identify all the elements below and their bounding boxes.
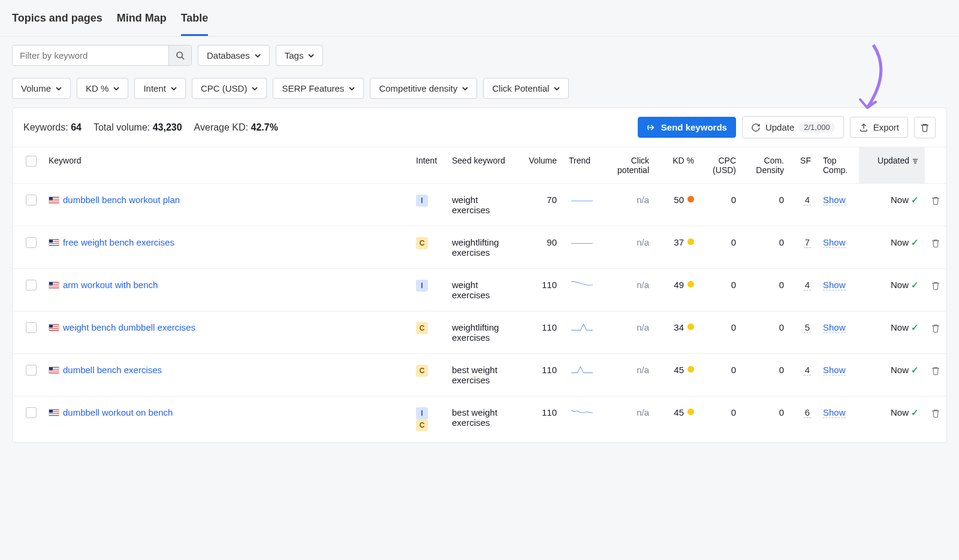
volume-value: 110: [518, 311, 563, 354]
trash-icon[interactable]: [931, 323, 940, 333]
col-keyword[interactable]: Keyword: [43, 147, 410, 184]
cpc-value: 0: [700, 269, 742, 311]
click-potential-value: n/a: [601, 311, 655, 354]
checkmark-icon: ✓: [911, 237, 919, 247]
density-value: 0: [742, 226, 790, 269]
summary-stats: Keywords: 64 Total volume: 43,230 Averag…: [23, 122, 278, 133]
tab-mindmap[interactable]: Mind Map: [117, 7, 167, 36]
trash-icon[interactable]: [931, 281, 940, 290]
filter-bar: Databases Tags Volume KD % Intent CPC (U…: [0, 37, 959, 104]
tab-table[interactable]: Table: [181, 7, 209, 36]
avgkd-label: Average KD:: [194, 122, 248, 132]
col-cpc[interactable]: CPC (USD): [700, 147, 742, 184]
sf-value[interactable]: 4: [804, 195, 811, 205]
checkmark-icon: ✓: [911, 195, 919, 205]
keyword-link[interactable]: free weight bench exercises: [63, 237, 174, 247]
delete-all-button[interactable]: [914, 117, 936, 138]
send-keywords-button[interactable]: Send keywords: [638, 117, 736, 138]
col-click[interactable]: Click potential: [601, 147, 655, 184]
tab-topics[interactable]: Topics and pages: [12, 7, 102, 36]
filter-cpc[interactable]: CPC (USD): [192, 78, 267, 99]
table-row: weight bench dumbbell exercisesCweightli…: [13, 311, 946, 354]
keyword-link[interactable]: dumbell bench exercises: [63, 365, 162, 375]
svg-line-1: [182, 57, 184, 59]
density-value: 0: [742, 396, 790, 443]
col-intent[interactable]: Intent: [410, 147, 446, 184]
updated-value: Now: [891, 280, 909, 290]
top-comp-show[interactable]: Show: [823, 237, 846, 248]
kd-dot-icon: [687, 408, 694, 415]
table-row: dumbbell bench workout planIweight exerc…: [13, 184, 946, 226]
sf-value[interactable]: 4: [804, 280, 811, 290]
density-value: 0: [742, 311, 790, 354]
cpc-value: 0: [700, 226, 742, 269]
filter-kd[interactable]: KD %: [77, 78, 128, 99]
filter-serp[interactable]: SERP Features: [273, 78, 364, 99]
seed-keyword: best weight exercises: [446, 354, 518, 396]
click-potential-value: n/a: [601, 269, 655, 311]
row-checkbox[interactable]: [26, 280, 37, 290]
panel-header: Keywords: 64 Total volume: 43,230 Averag…: [13, 108, 946, 147]
filter-volume[interactable]: Volume: [12, 78, 71, 99]
export-button[interactable]: Export: [850, 117, 908, 138]
filter-tags[interactable]: Tags: [276, 45, 324, 66]
update-button[interactable]: Update 2/1,000: [742, 116, 844, 138]
select-all-checkbox[interactable]: [26, 156, 37, 167]
col-updated[interactable]: Updated: [859, 147, 925, 184]
trash-icon[interactable]: [931, 196, 940, 205]
col-sf[interactable]: SF: [790, 147, 817, 184]
intent-badge-i: I: [416, 280, 428, 292]
flag-us-icon: [49, 196, 59, 204]
top-comp-show[interactable]: Show: [823, 407, 846, 418]
seed-keyword: best weight exercises: [446, 396, 518, 443]
filter-intent[interactable]: Intent: [134, 78, 186, 99]
volume-value: 110: [518, 354, 563, 396]
col-volume[interactable]: Volume: [518, 147, 563, 184]
trash-icon[interactable]: [931, 238, 940, 248]
col-trend[interactable]: Trend: [563, 147, 601, 184]
keyword-link[interactable]: arm workout with bench: [63, 280, 158, 290]
trash-icon[interactable]: [931, 366, 940, 376]
filter-density[interactable]: Competitive density: [370, 78, 477, 99]
trend-sparkline: [569, 365, 595, 376]
filter-databases[interactable]: Databases: [198, 45, 270, 66]
top-comp-show[interactable]: Show: [823, 280, 846, 290]
chevron-down-icon: [56, 86, 62, 92]
search-icon: [176, 51, 185, 60]
row-checkbox[interactable]: [26, 407, 37, 418]
totalvol-value: 43,230: [153, 122, 182, 132]
refresh-icon: [751, 123, 761, 132]
col-topcomp[interactable]: Top Comp.: [817, 147, 859, 184]
table-row: dumbell bench exercisesCbest weight exer…: [13, 354, 946, 396]
totalvol-label: Total volume:: [94, 122, 150, 132]
kd-dot-icon: [687, 366, 694, 373]
kd-value: 45: [655, 354, 700, 396]
col-density[interactable]: Com. Density: [742, 147, 790, 184]
trend-sparkline: [569, 195, 595, 205]
trash-icon[interactable]: [931, 408, 940, 418]
top-comp-show[interactable]: Show: [823, 195, 846, 205]
kd-dot-icon: [687, 323, 694, 330]
row-checkbox[interactable]: [26, 365, 37, 376]
keyword-link[interactable]: weight bench dumbbell exercises: [63, 322, 195, 332]
click-potential-value: n/a: [601, 184, 655, 226]
top-comp-show[interactable]: Show: [823, 322, 846, 333]
sf-value[interactable]: 4: [804, 365, 811, 376]
filter-click[interactable]: Click Potential: [483, 78, 569, 99]
filter-keyword-input[interactable]: [13, 46, 168, 65]
top-comp-show[interactable]: Show: [823, 365, 846, 376]
sf-value[interactable]: 5: [804, 322, 811, 333]
sf-value[interactable]: 7: [804, 237, 811, 248]
col-seed[interactable]: Seed keyword: [446, 147, 518, 184]
keyword-link[interactable]: dumbbell bench workout plan: [63, 195, 180, 205]
updated-value: Now: [891, 407, 909, 417]
row-checkbox[interactable]: [26, 322, 37, 333]
filter-search-button[interactable]: [168, 46, 191, 65]
keyword-link[interactable]: dumbbell workout on bench: [63, 407, 173, 417]
sf-value[interactable]: 6: [804, 407, 811, 418]
updated-value: Now: [891, 322, 909, 332]
keywords-value: 64: [71, 122, 82, 132]
col-kd[interactable]: KD %: [655, 147, 700, 184]
row-checkbox[interactable]: [26, 195, 37, 205]
row-checkbox[interactable]: [26, 237, 37, 248]
